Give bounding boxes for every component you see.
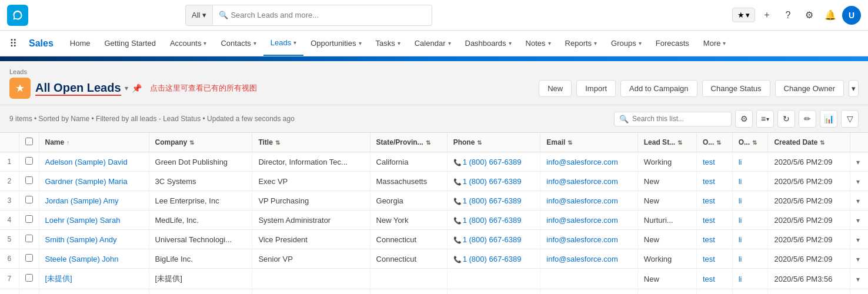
notifications-icon[interactable]: 🔔 — [821, 6, 840, 25]
row-dropdown-icon[interactable]: ▾ — [856, 178, 860, 186]
phone-link[interactable]: 📞1 (800) 667-6389 — [453, 177, 522, 186]
lead-name-link[interactable]: [未提供] — [45, 274, 72, 283]
nav-item-groups[interactable]: Groups▾ — [604, 31, 649, 56]
o1-link[interactable]: test — [703, 177, 715, 186]
nav-item-getting-started[interactable]: Getting Started — [98, 31, 163, 56]
email-link[interactable]: info@salesforce.com — [546, 235, 618, 244]
setup-icon[interactable]: ⚙ — [800, 6, 819, 25]
lead-name-link[interactable]: Smith (Sample) Andy — [45, 235, 117, 244]
o2-link[interactable]: li — [739, 275, 742, 283]
new-button[interactable]: New — [539, 80, 572, 97]
o1-link[interactable]: test — [703, 235, 715, 244]
phone-link[interactable]: 📞1 (800) 667-6389 — [453, 158, 522, 166]
row-dropdown-icon[interactable]: ▾ — [856, 275, 860, 283]
o1-link[interactable]: test — [703, 196, 715, 205]
email-link[interactable]: info@salesforce.com — [546, 158, 618, 166]
user-avatar[interactable]: U — [842, 6, 861, 25]
o1-link[interactable]: test — [703, 158, 715, 166]
email-link[interactable]: info@salesforce.com — [546, 255, 618, 263]
change-owner-button[interactable]: Change Owner — [775, 80, 844, 97]
nav-item-opportunities[interactable]: Opportunities▾ — [303, 31, 368, 56]
nav-item-tasks[interactable]: Tasks▾ — [369, 31, 408, 56]
email-link[interactable]: info@salesforce.com — [546, 177, 618, 186]
help-button[interactable]: ? — [779, 6, 797, 25]
th-o1[interactable]: O...⇅ — [696, 133, 732, 152]
th-state[interactable]: State/Provin...⇅ — [370, 133, 447, 152]
nav-item-reports[interactable]: Reports▾ — [558, 31, 605, 56]
select-all-checkbox[interactable] — [25, 138, 33, 145]
email-link[interactable]: info@salesforce.com — [546, 216, 618, 225]
row-dropdown-icon[interactable]: ▾ — [856, 216, 860, 225]
refresh-icon[interactable]: ↻ — [777, 110, 795, 128]
nav-item-home[interactable]: Home — [63, 31, 98, 56]
th-created_date[interactable]: Created Date⇅ — [768, 133, 850, 152]
row-checkbox[interactable] — [25, 274, 33, 282]
phone-link[interactable]: 📞1 (800) 667-6389 — [453, 235, 522, 244]
nav-item-calendar[interactable]: Calendar▾ — [408, 31, 458, 56]
app-logo[interactable] — [7, 5, 28, 26]
th-title[interactable]: Title⇅ — [252, 133, 370, 152]
th-company[interactable]: Company⇅ — [149, 133, 252, 152]
import-button[interactable]: Import — [576, 80, 616, 97]
cell-title: Director, Information Tec... — [252, 152, 370, 172]
title-dropdown-icon[interactable]: ▾ — [125, 84, 128, 92]
favorites-button[interactable]: ★ ▾ — [732, 8, 755, 22]
row-dropdown-icon[interactable]: ▾ — [856, 236, 860, 244]
o1-link[interactable]: test — [703, 255, 715, 263]
phone-link[interactable]: 📞1 (800) 667-6389 — [453, 196, 522, 205]
th-name[interactable]: Name↑ — [39, 133, 149, 152]
row-checkbox[interactable] — [25, 157, 33, 165]
o2-link[interactable]: li — [739, 216, 742, 225]
th-phone[interactable]: Phone⇅ — [447, 133, 540, 152]
lead-name-link[interactable]: Adelson (Sample) David — [45, 158, 128, 166]
nav-item-more[interactable]: More▾ — [696, 31, 733, 56]
nav-item-leads[interactable]: Leads▾ — [263, 31, 303, 56]
th-email[interactable]: Email⇅ — [540, 133, 637, 152]
o1-link[interactable]: test — [703, 275, 715, 283]
edit-icon[interactable]: ✏ — [799, 110, 816, 128]
phone-link[interactable]: 📞1 (800) 667-6389 — [453, 255, 522, 263]
row-dropdown-icon[interactable]: ▾ — [856, 255, 860, 263]
th-o2[interactable]: O...⇅ — [732, 133, 768, 152]
title-pin-icon[interactable]: 📌 — [132, 83, 142, 93]
email-link[interactable]: info@salesforce.com — [546, 196, 618, 205]
nav-item-notes[interactable]: Notes▾ — [519, 31, 558, 56]
search-scope-selector[interactable]: All ▾ — [185, 5, 212, 26]
o2-link[interactable]: li — [739, 196, 742, 205]
lead-name-link[interactable]: Gardner (Sample) Maria — [45, 177, 128, 186]
o2-link[interactable]: li — [739, 255, 742, 263]
row-checkbox[interactable] — [25, 235, 33, 242]
lead-name-link[interactable]: Jordan (Sample) Amy — [45, 196, 119, 205]
change-status-button[interactable]: Change Status — [702, 80, 770, 97]
row-checkbox[interactable] — [25, 176, 33, 184]
o1-link[interactable]: test — [703, 216, 715, 225]
add-button[interactable]: ＋ — [757, 6, 776, 25]
filter-icon[interactable]: ▽ — [841, 110, 859, 128]
row-checkbox[interactable] — [25, 254, 33, 262]
nav-item-contacts[interactable]: Contacts▾ — [213, 31, 263, 56]
row-dropdown-icon[interactable]: ▾ — [856, 158, 860, 166]
nav-item-accounts[interactable]: Accounts▾ — [163, 31, 213, 56]
o2-link[interactable]: li — [739, 177, 742, 186]
columns-icon[interactable]: ≡▾ — [756, 110, 774, 128]
page-title[interactable]: All Open Leads — [35, 81, 121, 96]
nav-label: Opportunities — [311, 39, 356, 48]
settings-icon[interactable]: ⚙ — [735, 110, 753, 128]
nav-item-dashboards[interactable]: Dashboards▾ — [458, 31, 519, 56]
add-campaign-button[interactable]: Add to Campaign — [620, 80, 697, 97]
row-dropdown-icon[interactable]: ▾ — [856, 197, 860, 205]
lead-name-link[interactable]: Steele (Sample) John — [45, 255, 119, 263]
global-search-input[interactable] — [231, 11, 426, 19]
list-search-input[interactable] — [632, 115, 726, 123]
actions-dropdown-button[interactable]: ▾ — [849, 80, 859, 97]
lead-name-link[interactable]: Loehr (Sample) Sarah — [45, 216, 121, 225]
chart-icon[interactable]: 📊 — [820, 110, 837, 128]
o2-link[interactable]: li — [739, 158, 742, 166]
o2-link[interactable]: li — [739, 235, 742, 244]
row-checkbox[interactable] — [25, 196, 33, 203]
app-switcher-icon[interactable]: ⠿ — [5, 35, 22, 52]
row-checkbox[interactable] — [25, 215, 33, 223]
th-lead_status[interactable]: Lead St...⇅ — [637, 133, 696, 152]
phone-link[interactable]: 📞1 (800) 667-6389 — [453, 216, 522, 225]
nav-item-forecasts[interactable]: Forecasts — [649, 31, 696, 56]
